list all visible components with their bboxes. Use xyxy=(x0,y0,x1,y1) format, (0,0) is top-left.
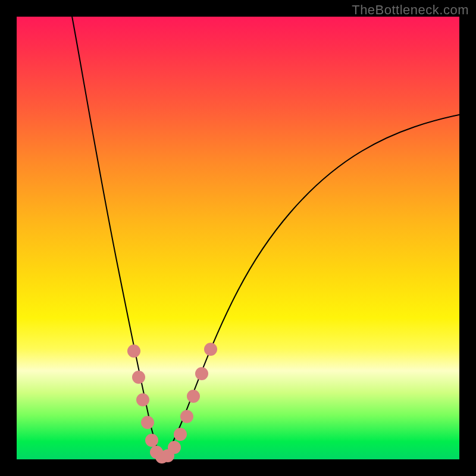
chart-frame: TheBottleneck.com xyxy=(0,0,476,476)
marker-dot xyxy=(127,345,140,358)
marker-dot xyxy=(141,416,154,429)
marker-dot xyxy=(132,371,145,384)
marker-dot xyxy=(136,393,149,406)
marker-dot xyxy=(145,434,158,447)
marker-dot xyxy=(195,367,208,380)
marker-dot xyxy=(187,390,200,403)
marker-dot xyxy=(180,410,193,423)
marker-dot xyxy=(168,441,181,454)
curve-right-branch xyxy=(162,114,462,458)
marker-dot xyxy=(204,343,217,356)
watermark-text: TheBottleneck.com xyxy=(352,2,469,18)
curve-left-branch xyxy=(71,13,162,458)
chart-svg xyxy=(17,17,459,459)
marker-dot xyxy=(174,428,187,441)
plot-area xyxy=(17,17,459,459)
